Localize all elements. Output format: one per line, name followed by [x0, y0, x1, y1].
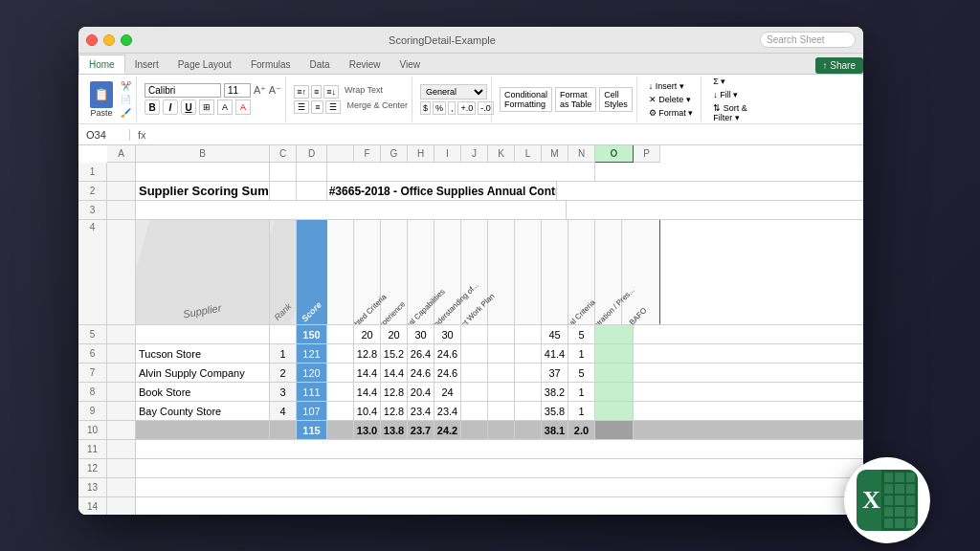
r2-c[interactable] — [270, 182, 297, 200]
format-button[interactable]: ⚙ Format ▾ — [645, 107, 698, 119]
r8-e[interactable] — [327, 383, 354, 401]
insert-button[interactable]: ↓ Insert ▾ — [645, 80, 698, 92]
r7-n[interactable]: 5 — [568, 364, 595, 382]
r1-a[interactable] — [107, 163, 136, 181]
align-center-button[interactable]: ≡ — [311, 100, 323, 114]
r7-j[interactable] — [461, 364, 488, 382]
r8-score[interactable]: 111 — [297, 383, 327, 401]
r10-a[interactable] — [107, 421, 136, 439]
r10-g[interactable]: 13.8 — [381, 421, 408, 439]
r1-c[interactable] — [270, 163, 297, 181]
r9-k[interactable] — [488, 402, 515, 420]
r7-i[interactable]: 24.6 — [434, 364, 461, 382]
underline-button[interactable]: U — [181, 99, 196, 115]
align-right-button[interactable]: ☰ — [325, 100, 341, 114]
r5-m[interactable]: 45 — [542, 325, 568, 343]
r5-d-score[interactable]: 150 — [297, 325, 327, 343]
r4-demo[interactable]: Demonstration / Pres... — [595, 220, 622, 325]
italic-button[interactable]: I — [163, 99, 178, 115]
r8-o[interactable] — [595, 383, 634, 401]
percent-button[interactable]: % — [433, 101, 446, 115]
r10-f[interactable]: 13.0 — [354, 421, 381, 439]
r6-o[interactable] — [595, 344, 634, 363]
r4-k[interactable] — [515, 220, 542, 325]
r5-n[interactable]: 5 — [568, 325, 595, 343]
r6-k[interactable] — [488, 344, 515, 363]
r9-score[interactable]: 107 — [297, 402, 327, 420]
r10-e[interactable] — [327, 421, 354, 439]
sort-filter-button[interactable]: ⇅ Sort &Filter ▾ — [709, 102, 751, 123]
align-mid-button[interactable]: ≡ — [311, 85, 322, 99]
r5-h[interactable]: 30 — [408, 325, 434, 343]
r4-project[interactable]: Project Work Plan — [461, 220, 488, 325]
r8-j[interactable] — [461, 383, 488, 401]
format-table-button[interactable]: Formatas Table — [555, 87, 596, 112]
r8-g[interactable]: 12.8 — [381, 383, 408, 401]
r4-l[interactable] — [542, 220, 568, 325]
close-button[interactable] — [86, 34, 98, 46]
r6-n[interactable]: 1 — [568, 344, 595, 363]
r7-m[interactable]: 37 — [542, 364, 568, 382]
autosum-button[interactable]: Σ ▾ — [709, 76, 751, 87]
r1-b[interactable] — [136, 163, 270, 181]
r10-o[interactable] — [595, 421, 634, 439]
r7-rank[interactable]: 2 — [270, 364, 297, 382]
r4-supplier-cell[interactable]: Supplier — [136, 220, 270, 324]
r10-m[interactable]: 38.1 — [542, 421, 568, 439]
align-left-button[interactable]: ☰ — [294, 100, 309, 114]
r6-rank[interactable]: 1 — [270, 344, 297, 363]
r8-n[interactable]: 1 — [568, 383, 595, 401]
r7-g[interactable]: 14.4 — [381, 364, 408, 382]
r7-k[interactable] — [488, 364, 515, 382]
r2-supplier-title[interactable]: Supplier Scoring Summary — [136, 182, 270, 200]
cell-reference[interactable]: O34 — [82, 129, 130, 141]
r5-c[interactable] — [270, 325, 297, 343]
r7-h[interactable]: 24.6 — [408, 364, 434, 382]
r8-f[interactable]: 14.4 — [354, 383, 381, 401]
r10-l[interactable] — [515, 421, 542, 439]
r5-j[interactable] — [461, 325, 488, 343]
r3-a[interactable] — [107, 201, 136, 219]
r9-h[interactable]: 23.4 — [408, 402, 434, 420]
bold-button[interactable]: B — [145, 99, 160, 115]
r9-m[interactable]: 35.8 — [542, 402, 568, 420]
r6-l[interactable] — [515, 344, 542, 363]
r3-rest[interactable] — [136, 201, 567, 219]
r5-b[interactable] — [136, 325, 270, 343]
r8-rank[interactable]: 3 — [270, 383, 297, 401]
tab-home[interactable]: Home — [78, 55, 125, 74]
r6-m[interactable]: 41.4 — [542, 344, 568, 363]
r4-bidders[interactable]: Bidders Understanding of... — [434, 220, 461, 325]
align-top-button[interactable]: ≡↑ — [294, 85, 309, 99]
r2-itb-title[interactable]: ITB #3665-2018 - Office Supplies Annual … — [327, 182, 557, 200]
tab-insert[interactable]: Insert — [125, 55, 168, 74]
r1-rest[interactable] — [327, 163, 595, 181]
r9-supplier[interactable]: Bay County Store — [136, 402, 270, 420]
r7-a[interactable] — [107, 364, 136, 382]
decimal-dec-button[interactable]: -.0 — [478, 101, 494, 115]
r6-score[interactable]: 121 — [297, 344, 327, 363]
fill-button[interactable]: ↓ Fill ▾ — [709, 89, 751, 100]
r7-o[interactable] — [595, 364, 634, 382]
r9-g[interactable]: 12.8 — [381, 402, 408, 420]
r9-o[interactable] — [595, 402, 634, 420]
r7-l[interactable] — [515, 364, 542, 382]
r5-g[interactable]: 20 — [381, 325, 408, 343]
r6-f[interactable]: 12.8 — [354, 344, 381, 363]
delete-button[interactable]: ✕ Delete ▾ — [645, 94, 698, 105]
r4-rank-cell[interactable]: Rank — [270, 220, 297, 324]
r6-a[interactable] — [107, 344, 136, 363]
r6-j[interactable] — [461, 344, 488, 363]
r9-j[interactable] — [461, 402, 488, 420]
r9-i[interactable]: 23.4 — [434, 402, 461, 420]
r9-a[interactable] — [107, 402, 136, 420]
r10-j[interactable] — [461, 421, 488, 439]
align-bot-button[interactable]: ≡↓ — [323, 85, 339, 99]
r4-bafo[interactable]: BAFO — [622, 220, 660, 325]
r6-h[interactable]: 26.4 — [408, 344, 434, 363]
r6-g[interactable]: 15.2 — [381, 344, 408, 363]
r4-j[interactable] — [488, 220, 515, 325]
r5-i[interactable]: 30 — [434, 325, 461, 343]
r7-f[interactable]: 14.4 — [354, 364, 381, 382]
font-color-button[interactable]: A — [235, 99, 251, 115]
